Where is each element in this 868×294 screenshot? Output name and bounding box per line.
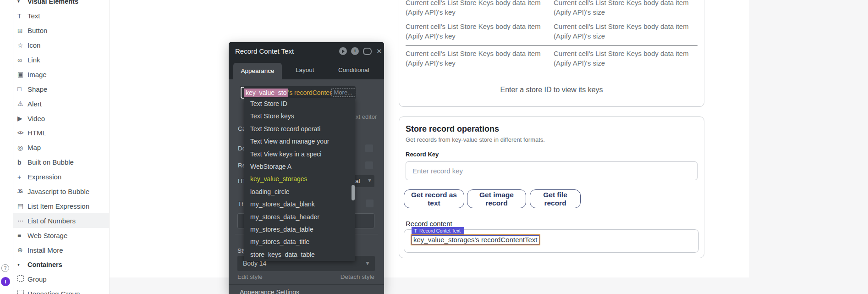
keys-row-size: Current cell's List Store Keys body data… (554, 49, 693, 68)
palette-item-javascript-to-bubble[interactable]: JSJavascript to Bubble (13, 184, 109, 199)
dropdown-scrollbar[interactable] (352, 185, 355, 200)
tab-appearance[interactable]: Appearance (233, 63, 282, 79)
palette-item-list-item-expression[interactable]: ▤List Item Expression (13, 199, 109, 213)
record-content-label: Record content (406, 220, 452, 227)
info-icon[interactable]: i (351, 47, 359, 55)
expression-token-selected[interactable]: key_value_sto (244, 89, 288, 97)
palette-item-built-on-bubble[interactable]: bBuilt on Bubble (13, 155, 109, 170)
shape-icon: □ (17, 85, 27, 93)
palette-item-html[interactable]: </>HTML (13, 126, 109, 140)
palette-item-icon[interactable]: ☆Icon (13, 38, 109, 53)
video-icon: ▶ (17, 115, 27, 122)
list-icon: ≡ (17, 232, 27, 239)
section-containers[interactable]: ▾Containers (13, 257, 109, 272)
bubble-editor: ? I ▾Visual Elements TText ⊞Button ☆Icon… (0, 0, 868, 294)
get-record-as-text-button[interactable]: Get record as text (404, 189, 464, 208)
palette-list: ▾Visual Elements TText ⊞Button ☆Icon ∞Li… (13, 0, 109, 294)
edit-style-link[interactable]: Edit style (237, 273, 263, 280)
palette-item-web-storage[interactable]: ≡Web Storage (13, 228, 109, 243)
star-icon: ☆ (17, 42, 27, 49)
appearance-settings-heading: Appearance Settings (240, 288, 299, 294)
text-icon: T (17, 12, 27, 20)
field-bracket-icon (241, 87, 244, 99)
dropdown-option[interactable]: store_keys_data_table (244, 249, 355, 261)
divider (229, 284, 384, 285)
keys-row-key: Current cell's List Store Keys body data… (406, 22, 545, 41)
preview-run-icon[interactable] (339, 47, 347, 55)
checkbox[interactable] (365, 161, 373, 169)
checkbox[interactable] (366, 200, 374, 207)
dropdown-option-highlighted[interactable]: key_value_storages (244, 173, 355, 185)
dropdown-option[interactable]: loading_circle (244, 186, 355, 198)
chevron-down-icon: ▼ (367, 178, 372, 183)
chevron-down-icon: ▼ (365, 260, 370, 266)
selected-text-element[interactable]: key_value_storages's recordContentText (411, 234, 540, 245)
section-visual-elements[interactable]: ▾Visual Elements (13, 0, 109, 9)
element-palette: ▾Visual Elements TText ⊞Button ☆Icon ∞Li… (13, 0, 110, 294)
checkbox[interactable] (365, 144, 373, 152)
ellipsis-icon: ⋯ (17, 217, 27, 224)
empty-state-message: Enter a store ID to view its keys (399, 86, 704, 94)
detach-style-link[interactable]: Detach style (341, 273, 374, 280)
keys-row-size: Current cell's List Store Keys body data… (554, 0, 693, 17)
repeating-group-icon (17, 290, 27, 294)
group-icon (17, 275, 27, 283)
dynamic-expression-field[interactable]: key_value_sto 's recordContentText More.… (240, 86, 356, 99)
selected-element-badge[interactable]: T Record Contet Text (412, 227, 464, 235)
close-icon[interactable]: ✕ (376, 47, 385, 55)
palette-item-list-of-numbers[interactable]: ⋯List of Numbers (13, 213, 109, 228)
palette-item-install-more[interactable]: ⊕Install More (13, 243, 109, 257)
palette-item-button[interactable]: ⊞Button (13, 23, 109, 38)
palette-item-repeating-group[interactable]: Repeating Group (13, 287, 109, 294)
tab-layout[interactable]: Layout (296, 61, 314, 79)
comment-icon[interactable] (363, 47, 371, 55)
palette-item-shape[interactable]: □Shape (13, 82, 109, 96)
record-key-label: Record Key (406, 151, 439, 158)
collapse-caret-icon: ▾ (17, 0, 27, 4)
palette-item-group[interactable]: Group (13, 272, 109, 287)
dropdown-option[interactable]: Text View keys in a speci (244, 148, 355, 161)
row-divider (406, 45, 698, 46)
dropdown-option[interactable]: my_stores_data_title (244, 236, 355, 248)
palette-item-video[interactable]: ▶Video (13, 111, 109, 126)
expression-autocomplete-dropdown: Text Store ID Text Store keys Text Store… (244, 98, 355, 261)
bubble-icon: b (17, 159, 27, 166)
intercom-badge[interactable]: I (1, 277, 10, 286)
get-image-record-button[interactable]: Get image record (467, 189, 526, 208)
panel-header[interactable]: Record Contet Text i ✕ (229, 42, 384, 61)
dropdown-option[interactable]: Text Store record operati (244, 123, 355, 135)
palette-item-expression[interactable]: +Expression (13, 170, 109, 184)
keys-row-key: Current cell's List Store Keys body data… (406, 0, 545, 17)
palette-item-text[interactable]: TText (13, 9, 109, 23)
palette-item-image[interactable]: ▣Image (13, 67, 109, 82)
html-icon: </> (17, 130, 27, 135)
card-title: Store record operations (406, 124, 499, 134)
dropdown-option[interactable]: Text Store keys (244, 110, 355, 122)
more-button[interactable]: More... (331, 88, 355, 97)
palette-item-map[interactable]: ◎Map (13, 140, 109, 155)
palette-item-alert[interactable]: ⚠Alert (13, 96, 109, 111)
panel-body: key_value_sto 's recordContentText More.… (229, 79, 384, 294)
get-file-record-button[interactable]: Get file record (530, 189, 581, 208)
palette-item-link[interactable]: ∞Link (13, 53, 109, 67)
tab-conditional[interactable]: Conditional (338, 61, 369, 79)
clipboard-icon: ▤ (17, 202, 27, 210)
property-editor-panel: Record Contet Text i ✕ Appearance Layout… (229, 42, 384, 294)
map-pin-icon: ◎ (17, 144, 27, 151)
dropdown-option[interactable]: my_stores_data_header (244, 211, 355, 223)
dropdown-option[interactable]: WebStorage A (244, 161, 355, 173)
record-key-input[interactable] (406, 161, 698, 180)
keys-row-key: Current cell's List Store Keys body data… (406, 49, 545, 68)
dropdown-option[interactable]: Text Store ID (244, 98, 355, 110)
panel-title: Record Contet Text (235, 47, 294, 55)
dropdown-option[interactable]: Text View and manage your (244, 135, 355, 148)
plus-circle-icon: ⊕ (17, 246, 27, 254)
store-keys-card: Current cell's List Store Keys body data… (399, 0, 704, 107)
dropdown-option[interactable]: my_stores_data_table (244, 223, 355, 236)
rich-text-editor-link[interactable]: xt editor (356, 113, 377, 120)
help-icon[interactable]: ? (1, 264, 9, 272)
dropdown-option[interactable]: my_stores_data_blank (244, 198, 355, 211)
collapse-caret-icon: ▾ (17, 262, 27, 267)
button-icon: ⊞ (17, 27, 27, 34)
image-icon: ▣ (17, 71, 27, 78)
